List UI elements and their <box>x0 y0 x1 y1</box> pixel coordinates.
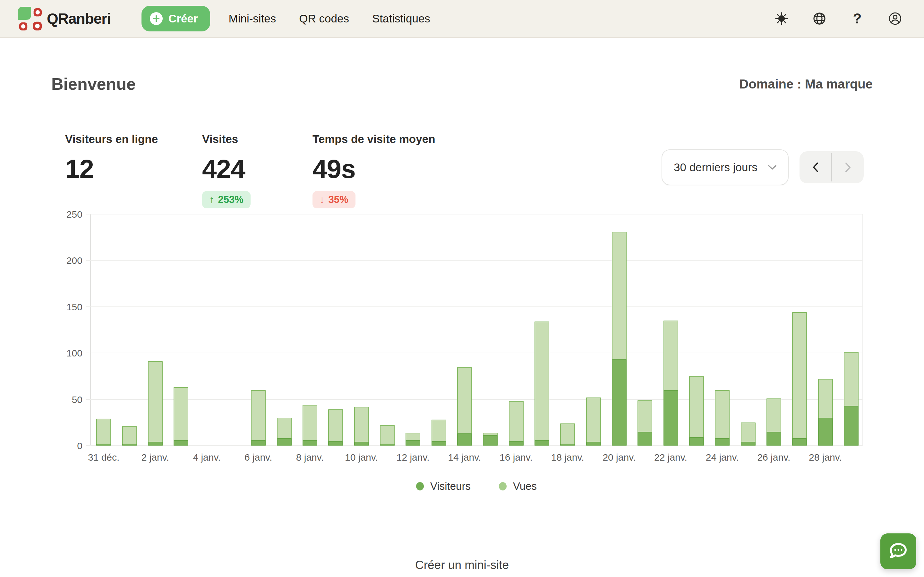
chart-legend: Visiteurs Vues <box>90 478 863 494</box>
stat-visits: Visites 424 ↑ 253% <box>202 133 250 208</box>
x-axis-tick-label: 28 janv. <box>809 452 842 463</box>
x-axis-tick-label: 12 janv. <box>397 452 430 463</box>
bar-vues <box>122 426 137 446</box>
x-axis-tick-label: 10 janv. <box>345 452 378 463</box>
chevron-left-icon <box>812 162 819 173</box>
stat-label: Visiteurs en ligne <box>65 133 158 145</box>
gridline <box>86 353 863 353</box>
dashboard-page: QRanberi Créer Mini-sites QR codes Stati… <box>0 0 924 577</box>
header-actions: ? <box>774 11 911 26</box>
theme-sun-icon[interactable] <box>774 11 788 26</box>
clipped-headline: Le moyen le plus simple de créer votre m… <box>0 573 924 577</box>
help-icon[interactable]: ? <box>850 11 864 26</box>
main-nav: Mini-sites QR codes Statistiques <box>229 12 430 25</box>
bar-visiteurs <box>560 444 575 446</box>
bar-vues <box>380 425 395 446</box>
bar-visiteurs <box>122 444 137 446</box>
gridline <box>86 306 863 307</box>
x-axis-tick-label: 2 janv. <box>142 452 169 463</box>
bar-vues <box>689 376 704 446</box>
top-navbar: QRanberi Créer Mini-sites QR codes Stati… <box>0 0 924 38</box>
x-axis-tick-label: 24 janv. <box>706 452 739 463</box>
delta-badge-up: ↑ 253% <box>202 191 250 208</box>
bar-vues <box>174 387 188 446</box>
bar-visiteurs <box>766 432 781 446</box>
nav-qr-codes[interactable]: QR codes <box>299 12 349 25</box>
x-axis-tick-label: 14 janv. <box>448 452 481 463</box>
stat-avg-visit-time: Temps de visite moyen 49s ↓ 35% <box>312 133 435 208</box>
gridline <box>86 260 863 261</box>
bar-visiteurs <box>741 442 756 446</box>
bar-vues <box>586 398 601 446</box>
x-axis-tick-label: 6 janv. <box>244 452 272 463</box>
domain-label: Domaine : Ma marque <box>739 77 873 91</box>
stat-value: 49s <box>312 154 435 184</box>
x-axis-tick-label: 16 janv. <box>499 452 533 463</box>
x-axis-tick-label: 31 déc. <box>88 452 120 463</box>
period-pager <box>800 151 864 183</box>
brand-name: QRanberi <box>47 10 111 27</box>
y-axis-tick-label: 250 <box>44 209 82 220</box>
x-axis-tick-label: 26 janv. <box>757 452 790 463</box>
bar-vues <box>715 390 730 446</box>
period-value: 30 derniers jours <box>674 161 758 174</box>
language-globe-icon[interactable] <box>813 11 827 26</box>
bar-vues <box>354 407 369 446</box>
y-axis-tick-label: 50 <box>44 394 82 405</box>
x-axis-tick-label: 4 janv. <box>193 452 220 463</box>
x-axis-tick-label: 22 janv. <box>654 452 687 463</box>
nav-statistiques[interactable]: Statistiques <box>372 12 430 25</box>
bar-visiteurs <box>509 441 523 446</box>
bar-visiteurs <box>148 442 163 446</box>
bar-vues <box>560 424 575 446</box>
bar-visiteurs <box>431 441 446 446</box>
arrow-down-icon: ↓ <box>320 194 325 205</box>
chevron-down-icon <box>767 164 777 171</box>
delta-badge-down: ↓ 35% <box>312 191 355 208</box>
visitors-views-chart: 05010015020025031 déc.2 janv.4 janv.6 ja… <box>90 214 863 446</box>
vues-dot-icon <box>499 482 507 490</box>
create-minisite-title: Créer un mini-site <box>0 558 924 572</box>
bar-visiteurs <box>354 442 369 446</box>
nav-mini-sites[interactable]: Mini-sites <box>229 12 276 25</box>
bar-vues <box>302 405 317 446</box>
prev-period-button[interactable] <box>800 151 831 183</box>
bar-visiteurs <box>405 440 420 446</box>
x-axis-tick-label: 20 janv. <box>603 452 636 463</box>
create-button[interactable]: Créer <box>142 6 210 31</box>
qranberi-logo-icon <box>17 6 42 31</box>
bar-visiteurs <box>174 440 188 446</box>
bar-visiteurs <box>586 442 601 446</box>
bar-visiteurs <box>328 441 343 446</box>
bar-visiteurs <box>818 418 833 446</box>
bar-visiteurs <box>844 406 859 446</box>
bar-visiteurs <box>792 438 807 446</box>
next-period-button[interactable] <box>832 151 864 183</box>
chevron-right-icon <box>845 162 851 173</box>
account-icon[interactable] <box>888 11 902 26</box>
stat-label: Visites <box>202 133 250 145</box>
bar-visiteurs <box>715 438 730 446</box>
page-title: Bienvenue <box>51 74 136 93</box>
gridline <box>86 214 863 214</box>
bar-visiteurs <box>689 437 704 446</box>
y-axis-tick-label: 150 <box>44 301 82 313</box>
chat-bubble-icon <box>888 542 908 561</box>
bar-visiteurs <box>380 444 395 446</box>
period-select[interactable]: 30 derniers jours <box>662 149 788 185</box>
legend-item-vues[interactable]: Vues <box>499 480 537 492</box>
bar-visiteurs <box>277 438 292 446</box>
stat-online-visitors: Visiteurs en ligne 12 <box>65 133 158 184</box>
bar-visiteurs <box>483 435 498 446</box>
bar-vues <box>792 312 807 446</box>
chat-fab-button[interactable] <box>880 533 916 569</box>
bar-vues <box>509 401 523 446</box>
stat-value: 424 <box>202 154 250 184</box>
stat-value: 12 <box>65 154 158 184</box>
bar-visiteurs <box>457 434 472 446</box>
bar-vues <box>251 390 266 446</box>
brand-logo[interactable]: QRanberi <box>17 6 111 31</box>
legend-item-visiteurs[interactable]: Visiteurs <box>416 480 471 492</box>
bar-visiteurs <box>638 432 652 446</box>
bar-vues <box>535 322 549 446</box>
